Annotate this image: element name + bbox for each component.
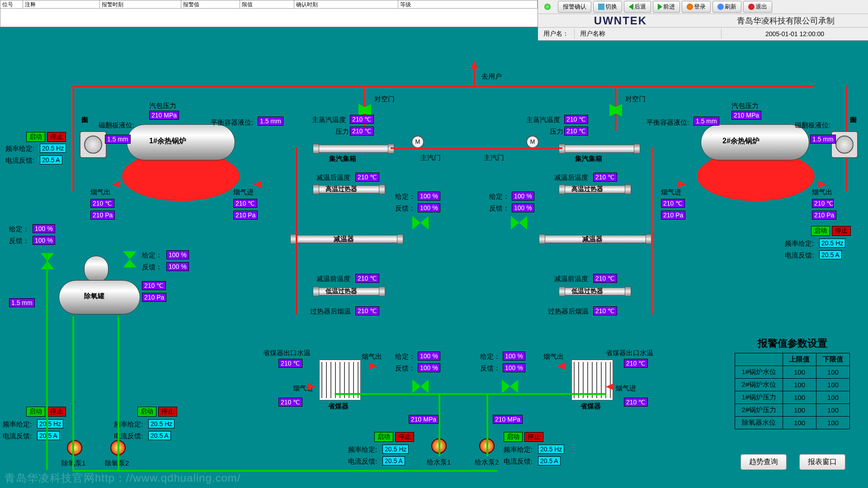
pipe bbox=[296, 147, 297, 314]
valve-a1[interactable] bbox=[412, 216, 429, 230]
air-valve-2[interactable] bbox=[609, 104, 622, 117]
label-losh2: 低温过热器 bbox=[571, 287, 603, 296]
svg-marker-5 bbox=[420, 216, 429, 230]
exit-icon bbox=[748, 4, 755, 10]
col-lvl: 等级 bbox=[398, 0, 538, 8]
label-freq2: 频率给定: bbox=[785, 239, 814, 248]
label-precool2: 减温前温度 bbox=[554, 275, 588, 283]
val-freq2: 20.5 Hz bbox=[819, 239, 845, 248]
val-econwt2: 210 ℃ bbox=[624, 359, 648, 368]
boiler1-label: 1#余热锅炉 bbox=[149, 136, 186, 146]
val-fb-d: 100 % bbox=[33, 236, 55, 245]
valve-a2[interactable] bbox=[511, 216, 527, 230]
fw2-stop-button[interactable]: 停止 bbox=[524, 432, 543, 442]
fw1-start-button[interactable]: 启动 bbox=[374, 432, 393, 442]
switch-button[interactable]: 切换 bbox=[593, 1, 622, 13]
val-deaer-lvl: 1.5 mm bbox=[9, 298, 35, 307]
val-fb-db: 100 % bbox=[166, 262, 189, 271]
label-losh1: 低温过热器 bbox=[326, 287, 357, 296]
fan2-start-button[interactable]: 启动 bbox=[811, 226, 830, 236]
fan2-stop-button[interactable]: 停止 bbox=[832, 226, 851, 236]
svg-marker-6 bbox=[412, 380, 420, 393]
label-econ1: 省煤器 bbox=[328, 402, 349, 411]
fan-1 bbox=[80, 131, 107, 158]
col-lower: 下限值 bbox=[816, 353, 850, 366]
alarm-param-table: 上限值下限值 1#锅炉水位100100 2#锅炉水位100100 1#锅炉压力1… bbox=[735, 353, 850, 429]
label-fw2-cur: 电流反馈: bbox=[504, 457, 533, 466]
label-precool1: 减温前温度 bbox=[316, 275, 350, 283]
val-mainsteamT2: 210 ℃ bbox=[564, 115, 588, 124]
main-steam-valve-1[interactable]: M bbox=[411, 136, 424, 148]
fan1-stop-button[interactable]: 停止 bbox=[47, 132, 66, 142]
label-set-e2: 给定： bbox=[480, 352, 500, 361]
deox2-start-button[interactable]: 启动 bbox=[137, 407, 156, 417]
refresh-button[interactable]: 刷新 bbox=[712, 1, 741, 13]
label-mainsteamT1: 主蒸汽温度 bbox=[312, 116, 346, 124]
val-gasoutP2: 210 Pa bbox=[812, 211, 836, 220]
val-econwt1: 210 ℃ bbox=[278, 359, 302, 368]
val-gasinT-econ1: 210 ℃ bbox=[278, 398, 302, 407]
login-button[interactable]: 登录 bbox=[682, 1, 711, 13]
forward-button[interactable]: 前进 bbox=[653, 1, 680, 13]
deox2-stop-button[interactable]: 停止 bbox=[158, 407, 177, 417]
exit-button[interactable]: 退出 bbox=[743, 1, 772, 13]
valve-deaer-b[interactable] bbox=[123, 251, 137, 267]
pipe bbox=[391, 147, 472, 149]
deox1-start-button[interactable]: 启动 bbox=[26, 407, 45, 417]
label-fb-d: 反馈： bbox=[9, 237, 29, 245]
val-fw1-cur: 20.5 A bbox=[382, 456, 405, 465]
user-icon bbox=[687, 4, 693, 10]
alarm-param-panel: 报警值参数设置 上限值下限值 1#锅炉水位100100 2#锅炉水位100100… bbox=[735, 337, 850, 429]
svg-marker-4 bbox=[412, 216, 420, 230]
trend-button[interactable]: 趋势查询 bbox=[741, 454, 787, 470]
val-maglvl2: 1.5 mm bbox=[810, 135, 836, 144]
fan1-start-button[interactable]: 启动 bbox=[26, 132, 45, 142]
back-button[interactable]: 后退 bbox=[624, 1, 651, 13]
user-name: 用户名称 bbox=[575, 29, 722, 39]
table-row: 1#锅炉压力100100 bbox=[735, 391, 850, 404]
label-freq1: 频率给定: bbox=[5, 145, 34, 153]
col-val: 报警值 bbox=[181, 0, 240, 8]
val-set-e2: 100 % bbox=[503, 352, 525, 361]
pipe bbox=[46, 253, 48, 470]
val-press2: 210 ℃ bbox=[564, 127, 588, 136]
refresh-icon bbox=[717, 4, 724, 10]
user-label: 用户名： bbox=[538, 29, 575, 39]
val-gasinP2: 210 Pa bbox=[661, 211, 685, 220]
valve-e1[interactable] bbox=[412, 380, 429, 393]
label-gasin2: 烟气进 bbox=[661, 188, 681, 197]
col-upper: 上限值 bbox=[783, 353, 816, 366]
label-fb-a2: 反馈： bbox=[489, 204, 509, 213]
deox1-stop-button[interactable]: 停止 bbox=[47, 407, 66, 417]
label-econ2: 省煤器 bbox=[580, 402, 601, 411]
fw1-stop-button[interactable]: 停止 bbox=[395, 432, 414, 442]
arrow-icon bbox=[606, 383, 614, 390]
arrow-icon bbox=[307, 383, 316, 390]
arrow-icon bbox=[253, 181, 261, 188]
steam-header-1 bbox=[316, 145, 389, 153]
deaer-dome bbox=[84, 256, 108, 283]
val-set-e1: 100 % bbox=[418, 352, 440, 361]
valve-e2[interactable] bbox=[502, 380, 518, 393]
svg-marker-15 bbox=[123, 259, 137, 267]
table-row: 1#锅炉水位100100 bbox=[735, 366, 850, 379]
label-postcool1: 减温后温度 bbox=[316, 174, 350, 182]
fw2-start-button[interactable]: 启动 bbox=[504, 432, 523, 442]
label-fw2-freq: 频率给定: bbox=[504, 446, 533, 454]
label-econ-gasout2: 烟气出 bbox=[543, 352, 564, 361]
label-ballvl1: 平衡容器液位: bbox=[211, 118, 253, 127]
alarm-param-title: 报警值参数设置 bbox=[735, 337, 850, 350]
cap bbox=[634, 144, 640, 154]
label-fb-e2: 反馈： bbox=[480, 364, 500, 373]
report-button[interactable]: 报表窗口 bbox=[799, 454, 845, 470]
main-steam-valve-2[interactable]: M bbox=[526, 136, 539, 148]
label-fw-p1: 给水泵1 bbox=[427, 458, 451, 467]
val-precool1: 210 ℃ bbox=[355, 274, 379, 283]
cap bbox=[379, 286, 385, 296]
val-drum-p1: 210 MPa bbox=[149, 111, 179, 120]
val-deox2-freq: 20.5 Hz bbox=[148, 419, 175, 428]
col-note: 注释 bbox=[23, 0, 100, 8]
alarm-ack-button[interactable]: 报警确认 bbox=[558, 1, 591, 13]
boiler2-label: 2#余热锅炉 bbox=[722, 136, 760, 146]
label-mainsteamT2: 主蒸汽温度 bbox=[526, 116, 560, 124]
